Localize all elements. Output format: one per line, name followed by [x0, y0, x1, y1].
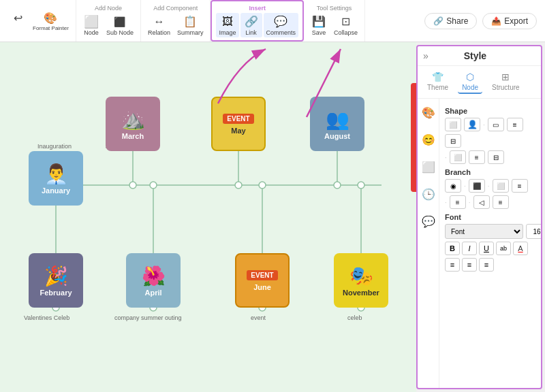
shape-btn-8[interactable]: ⊟	[488, 150, 504, 164]
may-label: May	[231, 127, 245, 135]
tab-theme[interactable]: 👕 Theme	[423, 70, 452, 94]
june-event-badge: EVENT	[247, 270, 277, 280]
node-june[interactable]: EVENT June	[235, 253, 290, 308]
insert-label: Insert	[249, 5, 266, 12]
undo-button[interactable]: ↩	[7, 9, 29, 33]
node-january[interactable]: 👨‍💼 January	[29, 151, 83, 206]
node-august[interactable]: 👥 August	[310, 97, 364, 151]
svg-point-12	[334, 182, 341, 189]
march-icon: ⛰️	[121, 108, 145, 131]
toolbar-group-tool-settings: Tool Settings 💾 Save ⊡ Collapse	[304, 0, 365, 42]
add-component-label: Add Component	[153, 5, 198, 12]
shape-btn-2[interactable]: 👤	[464, 118, 480, 131]
font-size-input[interactable]	[526, 224, 541, 239]
side-style-button[interactable]: 🎨	[418, 99, 439, 126]
svg-point-10	[129, 182, 136, 189]
june-label: June	[253, 283, 271, 291]
shape-btn-1[interactable]: ⬜	[445, 118, 461, 131]
node-february[interactable]: 🎉 February	[29, 253, 83, 308]
align-center-button[interactable]: ≡	[462, 258, 477, 272]
align-left-button[interactable]: ≡	[445, 258, 460, 272]
right-panel: » Style 👕 Theme ⬡ Node ⊞ Structure 🎨 😊	[416, 45, 542, 389]
march-label: March	[122, 132, 144, 140]
sub-node-button[interactable]: ⬛ Sub Node	[104, 13, 136, 37]
font-row: Font Arial Times New Roman ▲	[445, 224, 535, 239]
font-select[interactable]: Font Arial Times New Roman	[445, 224, 523, 239]
relation-button[interactable]: ↔ Relation	[145, 13, 173, 37]
panel-content: Shape ⬜ 👤 · ▭ ≡ ⊟ · ⬜ ≡ ⊟ Branch	[439, 99, 541, 388]
node-may[interactable]: EVENT May	[211, 97, 266, 151]
arrow-annotation	[0, 42, 416, 392]
february-label: February	[40, 289, 72, 297]
label-celeb: celeb	[347, 314, 362, 321]
svg-point-15	[358, 182, 364, 189]
node-march[interactable]: ⛰️ March	[106, 97, 160, 151]
toolbar-right: 🔗 Share 📤 Export	[424, 13, 542, 29]
format-painter-button[interactable]: 🎨 Format Painter	[30, 9, 72, 33]
align-right-button[interactable]: ≡	[479, 258, 494, 272]
side-icons: 🎨 😊 ⬜ 🕒 💬	[418, 99, 439, 388]
node-button[interactable]: ⬜ Node	[80, 13, 102, 37]
toolbar-group-eration: ↩ 🎨 Format Painter	[3, 0, 76, 42]
bold-button[interactable]: B	[445, 242, 460, 255]
save-button[interactable]: 💾 Save	[308, 13, 330, 37]
label-summer: company summer outing	[114, 314, 182, 321]
image-button[interactable]: 🖼 Image	[216, 13, 238, 37]
april-label: April	[144, 289, 161, 297]
comments-button[interactable]: 💬 Comments	[264, 13, 299, 37]
font-color-button[interactable]: A	[513, 242, 528, 255]
side-history-button[interactable]: 🕒	[418, 180, 439, 208]
panel-tabs: 👕 Theme ⬡ Node ⊞ Structure	[418, 66, 541, 99]
side-feedback-button[interactable]: 💬	[418, 208, 439, 235]
branch-btn-4[interactable]: ≡	[512, 179, 528, 193]
branch-btn-1[interactable]: ◉	[445, 179, 461, 193]
side-outline-button[interactable]: ⬜	[418, 153, 439, 180]
link-button[interactable]: 🔗 Link	[240, 13, 262, 37]
tab-node[interactable]: ⬡ Node	[458, 70, 482, 94]
panel-body: 🎨 😊 ⬜ 🕒 💬 Shape ⬜ 👤 · ▭ ≡ ⊟ ·	[418, 99, 541, 388]
node-april[interactable]: 🌺 April	[126, 253, 181, 308]
february-icon: 🎉	[44, 265, 68, 287]
svg-point-14	[259, 182, 266, 189]
export-button[interactable]: 📤 Export	[482, 13, 537, 29]
branch-btn-3[interactable]: ⬜	[493, 179, 509, 193]
collapse-button[interactable]: ⊡ Collapse	[331, 13, 360, 37]
shape-row-1: ⬜ 👤 · ▭ ≡ ⊟	[445, 118, 535, 148]
label-event-june: event	[251, 314, 266, 321]
label-valentines: Valentines Celeb	[24, 314, 69, 321]
panel-collapse-button[interactable]: »	[423, 50, 429, 61]
shape-btn-6[interactable]: ⬜	[450, 150, 466, 164]
side-icon-button[interactable]: 😊	[418, 126, 439, 153]
summary-button[interactable]: 📋 Summary	[174, 13, 206, 37]
strikethrough-button[interactable]: ab	[496, 242, 511, 255]
canvas[interactable]: Inauguration annual Moving up event meet…	[0, 42, 416, 392]
august-icon: 👥	[326, 108, 349, 131]
branch-section-title: Branch	[445, 168, 535, 176]
panel-title: Style	[464, 50, 486, 61]
svg-point-11	[235, 182, 242, 189]
shape-btn-7[interactable]: ≡	[469, 150, 485, 164]
main-area: Inauguration annual Moving up event meet…	[0, 42, 545, 392]
branch-btn-5[interactable]: ≡	[450, 195, 466, 209]
november-label: November	[343, 289, 379, 297]
shape-btn-5[interactable]: ⊟	[445, 134, 461, 148]
font-section-title: Font	[445, 213, 535, 221]
branch-row-1: ◉ · ⬛ · ⬜ ≡	[445, 179, 535, 193]
branch-btn-2[interactable]: ⬛	[469, 179, 485, 193]
shape-btn-4[interactable]: ≡	[507, 118, 523, 131]
label-inauguration: Inauguration	[37, 143, 72, 150]
toolbar-group-add-node: Add Node ⬜ Node ⬛ Sub Node	[76, 0, 141, 42]
node-november[interactable]: 🎭 November	[334, 253, 388, 308]
underline-button[interactable]: U	[479, 242, 494, 255]
branch-btn-6[interactable]: ◁	[473, 195, 490, 209]
tab-structure[interactable]: ⊞ Structure	[488, 70, 524, 94]
italic-button[interactable]: I	[462, 242, 477, 255]
panel-header: » Style	[418, 46, 541, 66]
toolbar-group-insert: Insert 🖼 Image 🔗 Link 💬 Comments	[211, 0, 304, 42]
shape-btn-3[interactable]: ▭	[488, 118, 504, 131]
structure-icon: ⊞	[501, 71, 510, 82]
november-icon: 🎭	[349, 265, 373, 287]
share-button[interactable]: 🔗 Share	[424, 13, 477, 29]
branch-btn-7[interactable]: ≡	[493, 195, 509, 209]
toolbar: ↩ 🎨 Format Painter Add Node ⬜ Node ⬛ Sub…	[0, 0, 545, 42]
